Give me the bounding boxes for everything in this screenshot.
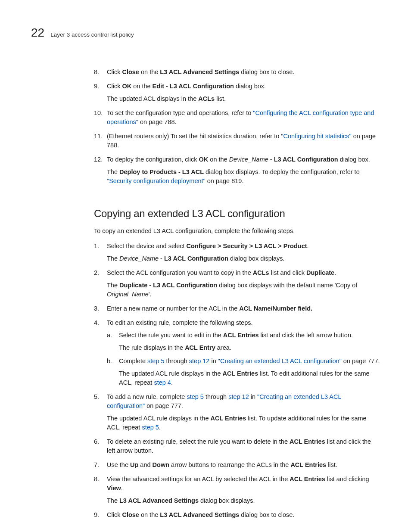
substep-a: a. Select the rule you want to edit in t… [107,331,380,352]
page-content: 8. Click Close on the L3 ACL Advanced Se… [94,68,380,520]
body-text: Click OK on the Edit - L3 ACL Configurat… [107,83,266,90]
continued-steps: 8. Click Close on the L3 ACL Advanced Se… [94,68,380,186]
link-security-deployment[interactable]: "Security configuration deployment" [107,177,206,184]
substep-b: b. Complete step 5 through step 12 in "C… [107,357,380,387]
body-text: Select the ACL configuration you want to… [107,269,336,276]
step-number: 5. [94,392,104,401]
sub-text: The Deploy to Products - L3 ACL dialog b… [107,168,380,186]
sub-text: The Device_Name - L3 ACL Configuration d… [107,254,380,263]
body-text: Complete step 5 through step 12 in "Crea… [119,358,380,364]
substep-letter: b. [107,357,112,366]
step-5: 5. To add a new rule, complete step 5 th… [94,392,380,432]
step-number: 2. [94,268,104,277]
body-text: Select the rule you want to edit in the … [119,332,353,339]
substeps: a. Select the rule you want to edit in t… [107,331,380,387]
step-number: 11. [94,132,104,141]
step-9: 9. Click OK on the Edit - L3 ACL Configu… [94,82,380,103]
body-text: Select the device and select Configure >… [107,243,309,249]
step-number: 10. [94,109,104,118]
step-number: 4. [94,318,104,327]
link-step-12[interactable]: step 12 [228,393,249,400]
link-hit-statistics[interactable]: "Configuring hit statistics" [281,133,351,140]
step-6: 6. To delete an existing rule, select th… [94,437,380,455]
body-text: To delete an existing rule, select the r… [107,438,371,454]
step-number: 1. [94,242,104,251]
step-2: 2. Select the ACL configuration you want… [94,268,380,299]
body-text: Click Close on the L3 ACL Advanced Setti… [107,68,294,75]
body-text: View the advanced settings for an ACL by… [107,476,369,492]
step-number: 8. [94,475,104,484]
step-number: 8. [94,68,104,77]
step-number: 9. [94,82,104,91]
sub-text: The L3 ACL Advanced Settings dialog box … [107,496,380,505]
body-text: (Ethernet routers only) To set the hit s… [107,133,376,149]
link-step-5[interactable]: step 5 [187,393,204,400]
link-step-5[interactable]: step 5 [147,358,165,364]
step-12: 12. To deploy the configuration, click O… [94,155,380,186]
link-step-12[interactable]: step 12 [189,358,210,364]
step-number: 12. [94,155,104,164]
step-number: 6. [94,437,104,446]
step-number: 7. [94,460,104,470]
sub-text: The updated ACL rule displays in the ACL… [119,369,380,387]
step-8: 8. View the advanced settings for an ACL… [94,475,380,505]
body-text: To add a new rule, complete step 5 throu… [107,393,341,409]
body-text: To set the configuration type and operat… [107,109,374,125]
sub-text: The Duplicate - L3 ACL Configuration dia… [107,281,380,299]
body-text: Use the Up and Down arrow buttons to rea… [107,461,337,468]
step-11: 11. (Ethernet routers only) To set the h… [94,132,380,150]
step-7: 7. Use the Up and Down arrow buttons to … [94,460,380,470]
step-3: 3. Enter a new name or number for the AC… [94,304,380,313]
body-text: Enter a new name or number for the ACL i… [107,305,312,312]
running-header: 22 Layer 3 access control list policy [31,24,380,42]
section-lead: To copy an extended L3 ACL configuration… [94,227,380,236]
running-title: Layer 3 access control list policy [50,31,134,39]
sub-text: The rule displays in the ACL Entry area. [119,343,380,352]
page: 22 Layer 3 access control list policy 8.… [0,0,411,532]
step-9: 9. Click Close on the L3 ACL Advanced Se… [94,510,380,520]
sub-text: The updated ACL rule displays in the ACL… [107,414,380,432]
link-step-5[interactable]: step 5 [142,424,159,431]
sub-text: The updated ACL displays in the ACLs lis… [107,94,380,103]
body-text: To edit an existing rule, complete the f… [107,319,253,326]
substep-letter: a. [107,331,112,340]
link-step-4[interactable]: step 4 [154,379,171,386]
step-8: 8. Click Close on the L3 ACL Advanced Se… [94,68,380,77]
body-text: Click Close on the L3 ACL Advanced Setti… [107,511,294,518]
step-4: 4. To edit an existing rule, complete th… [94,318,380,387]
body-text: To deploy the configuration, click OK on… [107,156,370,163]
step-number: 9. [94,510,104,520]
step-number: 3. [94,304,104,313]
step-1: 1. Select the device and select Configur… [94,242,380,263]
section-heading: Copying an extended L3 ACL configuration [94,206,380,221]
page-number: 22 [31,24,44,42]
step-10: 10. To set the configuration type and op… [94,109,380,127]
procedure-steps: 1. Select the device and select Configur… [94,242,380,520]
link-creating-extended[interactable]: "Creating an extended L3 ACL configurati… [218,358,342,364]
